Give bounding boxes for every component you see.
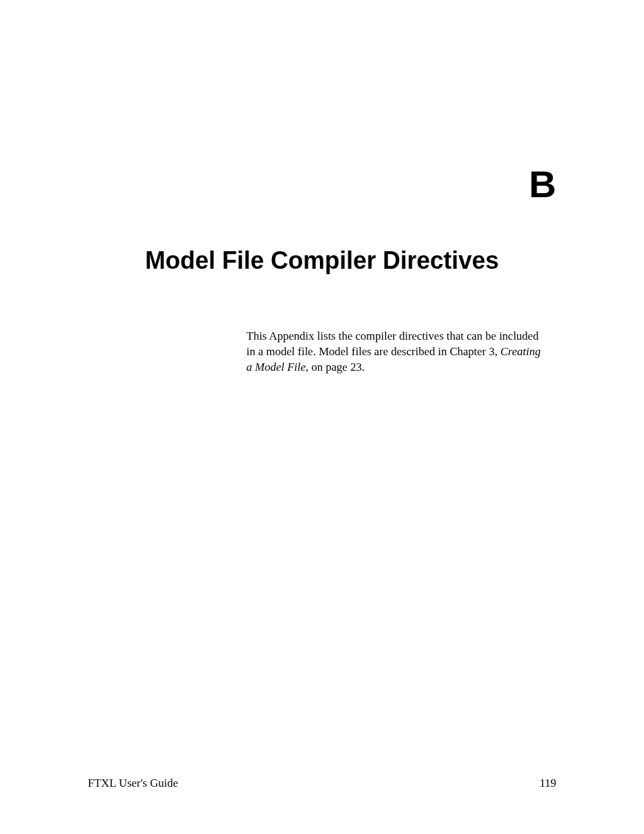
page-footer: FTXL User's Guide 119 [88, 777, 556, 790]
footer-document-title: FTXL User's Guide [88, 777, 178, 790]
document-page: B Model File Compiler Directives This Ap… [0, 0, 644, 834]
intro-text-before: This Appendix lists the compiler directi… [246, 330, 539, 358]
intro-paragraph: This Appendix lists the compiler directi… [246, 329, 543, 375]
appendix-title: Model File Compiler Directives [88, 246, 556, 275]
footer-page-number: 119 [539, 777, 556, 790]
intro-text-after: , on page 23. [306, 361, 365, 373]
appendix-letter: B [88, 162, 556, 206]
